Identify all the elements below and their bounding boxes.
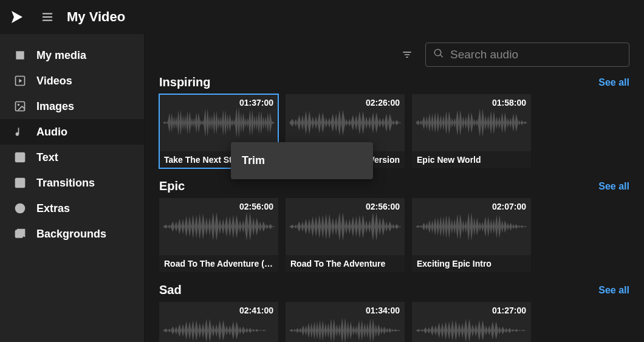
- sidebar-item-transitions[interactable]: Transitions: [0, 170, 144, 196]
- context-menu-trim[interactable]: Trim: [231, 146, 373, 176]
- clip-name: Epic New World: [412, 151, 531, 168]
- toolbar: [159, 43, 629, 67]
- section-header-inspiring: Inspiring See all: [159, 75, 629, 89]
- svg-point-10: [21, 207, 22, 208]
- audio-clip[interactable]: 01:34:00: [286, 302, 405, 342]
- image-icon: [13, 100, 27, 113]
- sidebar-item-label: Videos: [36, 75, 72, 87]
- clip-row: 01:37:00 Take The Next Step 02:26:00 Ver…: [159, 94, 629, 168]
- main-content: Inspiring See all 01:37:00 Take The Next…: [145, 34, 644, 342]
- section-title: Sad: [159, 283, 182, 297]
- svg-point-5: [18, 104, 19, 106]
- svg-rect-4: [16, 102, 25, 111]
- clip-name: Road To The Adventure: [286, 255, 405, 272]
- filter-button[interactable]: [400, 47, 414, 62]
- section-title: Epic: [159, 179, 185, 193]
- backgrounds-icon: [13, 227, 27, 241]
- sidebar-item-label: Extras: [36, 202, 70, 215]
- sidebar-item-text[interactable]: Text: [0, 145, 144, 170]
- sidebar-item-label: Backgrounds: [36, 228, 106, 241]
- clip-duration: 02:56:00: [239, 202, 273, 211]
- sidebar-item-videos[interactable]: Videos: [0, 68, 144, 94]
- menu-button[interactable]: [39, 9, 56, 26]
- sidebar-item-audio[interactable]: Audio: [0, 119, 144, 145]
- clip-duration: 02:07:00: [492, 202, 526, 211]
- see-all-link[interactable]: See all: [598, 77, 629, 88]
- clip-duration: 01:37:00: [239, 98, 273, 108]
- clip-name: Road To The Adventure (Instrum...: [159, 255, 278, 272]
- sidebar-item-images[interactable]: Images: [0, 94, 144, 119]
- clip-name: Exciting Epic Intro: [412, 255, 531, 272]
- sidebar-item-extras[interactable]: Extras: [0, 196, 144, 221]
- clip-duration: 01:27:00: [492, 306, 526, 315]
- sidebar-item-label: Images: [36, 100, 74, 113]
- sidebar-item-label: My media: [36, 49, 86, 62]
- audio-clip[interactable]: 01:58:00 Epic New World: [412, 94, 531, 168]
- section-title: Inspiring: [159, 75, 210, 89]
- see-all-link[interactable]: See all: [598, 181, 629, 192]
- sidebar-item-my-media[interactable]: My media: [0, 43, 144, 68]
- clip-duration: 01:58:00: [492, 98, 526, 108]
- section-header-epic: Epic See all: [159, 179, 629, 193]
- clip-row: 02:41:00 01:34:00 01:27:00: [159, 302, 629, 342]
- clip-duration: 02:41:00: [239, 306, 273, 315]
- audio-clip[interactable]: 02:56:00 Road To The Adventure (Instrum.…: [159, 198, 278, 272]
- search-icon: [433, 48, 444, 61]
- emoji-icon: [13, 202, 27, 215]
- sidebar: My media Videos Images Audio Text: [0, 34, 145, 342]
- clip-row: 02:56:00 Road To The Adventure (Instrum.…: [159, 198, 629, 272]
- transition-icon: [13, 176, 27, 190]
- play-square-icon: [13, 74, 27, 87]
- sidebar-item-backgrounds[interactable]: Backgrounds: [0, 221, 144, 247]
- audio-clip[interactable]: 02:41:00: [159, 302, 278, 342]
- svg-point-9: [18, 207, 19, 208]
- search-box[interactable]: [425, 43, 629, 67]
- clip-duration: 01:34:00: [366, 306, 400, 315]
- app-logo[interactable]: [9, 9, 24, 25]
- sidebar-item-label: Text: [36, 151, 58, 164]
- clip-duration: 02:56:00: [366, 202, 400, 211]
- music-note-icon: [13, 125, 27, 139]
- audio-clip[interactable]: 02:56:00 Road To The Adventure: [286, 198, 405, 272]
- clip-duration: 02:26:00: [366, 98, 400, 108]
- search-input[interactable]: [450, 48, 622, 61]
- sidebar-item-label: Audio: [36, 126, 67, 139]
- sidebar-item-label: Transitions: [36, 177, 95, 190]
- star-folder-icon: [13, 49, 27, 62]
- audio-clip[interactable]: 01:27:00: [412, 302, 531, 342]
- text-icon: [13, 151, 27, 164]
- project-title[interactable]: My Video: [67, 9, 125, 25]
- see-all-link[interactable]: See all: [598, 285, 629, 296]
- topbar: My Video: [0, 0, 644, 34]
- context-menu: Trim: [231, 142, 373, 179]
- audio-clip[interactable]: 02:07:00 Exciting Epic Intro: [412, 198, 531, 272]
- svg-point-8: [16, 204, 25, 213]
- section-header-sad: Sad See all: [159, 283, 629, 297]
